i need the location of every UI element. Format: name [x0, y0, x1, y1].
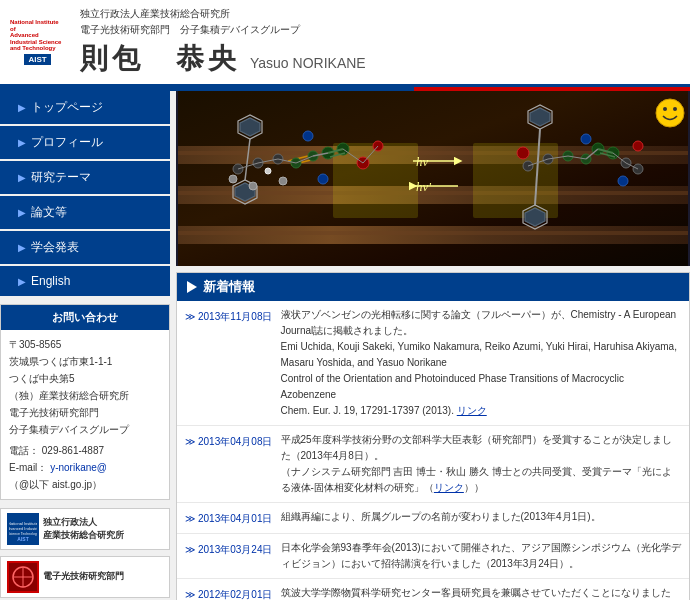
news-content: 液状アゾベンゼンの光相転移に関する論文（フルペーパー）が、Chemistry -… — [281, 307, 682, 419]
header-org: 独立行政法人産業技術総合研究所 電子光技術研究部門 分子集積デバイスグループ — [80, 6, 680, 38]
contact-org3: 分子集積デバイスグループ — [9, 421, 161, 438]
header-name-row: 則包 恭央 Yasuo NORIKANE — [80, 40, 680, 78]
header: National Institute ofAdvanced Industrial… — [0, 0, 690, 87]
svg-point-85 — [656, 99, 684, 127]
content: hν hν' — [170, 91, 690, 600]
hero-image: hν hν' — [176, 91, 690, 266]
news-link[interactable]: リンク — [457, 405, 487, 416]
epd-logo-box — [7, 561, 39, 593]
epd-logo-text: 電子光技術研究部門 — [43, 570, 124, 583]
news-content: 組織再編により、所属グループの名前が変わりました(2013年4月1日)。 — [281, 509, 682, 527]
news-content: 日本化学会第93春季年会(2013)において開催された、アジア国際シンポジウム（… — [281, 540, 682, 572]
contact-postal: 〒305-8565 — [9, 336, 161, 353]
news-item: 2012年02月01日 筑波大学学際物質科学研究センター客員研究員を兼嘱させてい… — [177, 579, 689, 600]
nav-item-english[interactable]: ▶ English — [0, 266, 170, 296]
svg-point-63 — [618, 176, 628, 186]
svg-point-47 — [279, 177, 287, 185]
nav-item-research[interactable]: ▶ 研究テーマ — [0, 161, 170, 194]
svg-point-44 — [229, 175, 237, 183]
aist-logo-text: 独立行政法人産業技術総合研究所 — [43, 516, 124, 541]
nav-arrow: ▶ — [18, 102, 26, 113]
aist-badge: AIST — [24, 54, 50, 65]
svg-text:Advanced Industrial: Advanced Industrial — [9, 526, 37, 531]
news-item: 2013年04月08日 平成25年度科学技術分野の文部科学大臣表彰（研究部門）を… — [177, 426, 689, 503]
news-date: 2013年11月08日 — [185, 307, 273, 419]
news-section: 新着情報 2013年11月08日 液状アゾベンゼンの光相転移に関する論文（フルペ… — [176, 272, 690, 600]
nav-item-top[interactable]: ▶ トップページ — [0, 91, 170, 124]
sidebar-logo-aist: National Institute Advanced Industrial S… — [0, 508, 170, 550]
svg-point-45 — [249, 182, 257, 190]
contact-org1: （独）産業技術総合研究所 — [9, 387, 161, 404]
header-name-en: Yasuo NORIKANE — [250, 55, 366, 71]
nav-arrow: ▶ — [18, 172, 26, 183]
svg-point-87 — [673, 107, 677, 111]
sidebar-logo-epd: 電子光技術研究部門 — [0, 556, 170, 598]
nav-arrow: ▶ — [18, 242, 26, 253]
svg-point-51 — [318, 174, 328, 184]
svg-point-86 — [663, 107, 667, 111]
contact-org2: 電子光技術研究部門 — [9, 404, 161, 421]
contact-tel: 029-861-4887 — [42, 445, 104, 456]
news-date: 2012年02月01日 — [185, 585, 273, 600]
news-triangle-icon — [187, 281, 197, 293]
contact-address1: 茨城県つくば市東1-1-1 — [9, 353, 161, 370]
contact-title: お問い合わせ — [1, 305, 169, 330]
nav-item-conference[interactable]: ▶ 学会発表 — [0, 231, 170, 264]
news-item: 2013年04月01日 組織再編により、所属グループの名前が変わりました(201… — [177, 503, 689, 534]
news-date: 2013年03月24日 — [185, 540, 273, 572]
nav-item-papers[interactable]: ▶ 論文等 — [0, 196, 170, 229]
news-content: 平成25年度科学技術分野の文部科学大臣表彰（研究部門）を受賞することが決定しまし… — [281, 432, 682, 496]
svg-point-60 — [517, 147, 529, 159]
aist-logo-box: National Institute Advanced Industrial S… — [7, 513, 39, 545]
news-item: 2013年11月08日 液状アゾベンゼンの光相転移に関する論文（フルペーパー）が… — [177, 301, 689, 426]
news-item: 2013年03月24日 日本化学会第93春季年会(2013)において開催された、… — [177, 534, 689, 579]
nav-arrow: ▶ — [18, 207, 26, 218]
svg-point-50 — [303, 131, 313, 141]
contact-email-label: E-mail： — [9, 462, 47, 473]
news-header: 新着情報 — [177, 273, 689, 301]
contact-tel-label: 電話： — [9, 445, 39, 456]
contact-email2: （@以下 aist.go.jp） — [9, 476, 161, 493]
header-logo: National Institute ofAdvanced Industrial… — [10, 20, 70, 65]
news-header-label: 新着情報 — [203, 278, 255, 296]
contact-box: お問い合わせ 〒305-8565 茨城県つくば市東1-1-1 つくば中央第5 （… — [0, 304, 170, 500]
contact-email-link[interactable]: y-norikane@ — [50, 462, 107, 473]
aist-logo-image: National Institute ofAdvanced Industrial… — [10, 20, 65, 65]
news-content: 筑波大学学際物質科学研究センター客員研究員を兼嘱させていただくことになりました（… — [281, 585, 682, 600]
header-name-jp: 則包 恭央 — [80, 40, 240, 78]
nav-arrow: ▶ — [18, 137, 26, 148]
main-layout: ▶ トップページ ▶ プロフィール ▶ 研究テーマ ▶ 論文等 ▶ 学会発表 ▶… — [0, 91, 690, 600]
sidebar: ▶ トップページ ▶ プロフィール ▶ 研究テーマ ▶ 論文等 ▶ 学会発表 ▶… — [0, 91, 170, 600]
contact-address2: つくば中央第5 — [9, 370, 161, 387]
svg-rect-22 — [178, 231, 688, 235]
header-text: 独立行政法人産業技術総合研究所 電子光技術研究部門 分子集積デバイスグループ 則… — [80, 6, 680, 78]
svg-point-46 — [265, 168, 271, 174]
nav-menu: ▶ トップページ ▶ プロフィール ▶ 研究テーマ ▶ 論文等 ▶ 学会発表 ▶… — [0, 91, 170, 296]
nav-item-profile[interactable]: ▶ プロフィール — [0, 126, 170, 159]
nav-arrow: ▶ — [18, 276, 26, 287]
svg-point-61 — [633, 141, 643, 151]
news-date: 2013年04月08日 — [185, 432, 273, 496]
news-date: 2013年04月01日 — [185, 509, 273, 527]
news-link[interactable]: リンク — [434, 482, 464, 493]
svg-point-62 — [581, 134, 591, 144]
svg-text:AIST: AIST — [17, 536, 28, 542]
